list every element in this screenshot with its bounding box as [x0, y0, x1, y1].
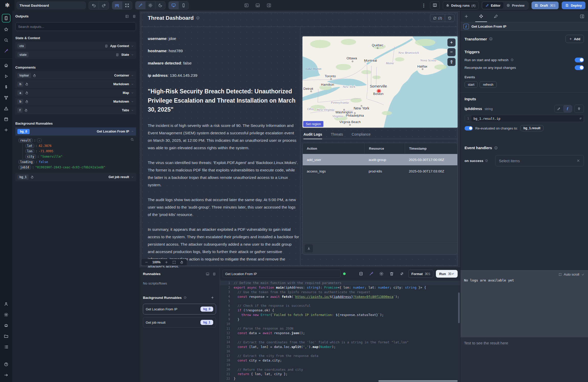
draft-button[interactable]: Draft⌘S — [532, 2, 559, 9]
code-line[interactable]: 6 // Check if the response is successful — [220, 303, 460, 308]
code-line[interactable]: 4 const response = await fetch(`https://… — [220, 294, 460, 299]
chevron-down-icon[interactable] — [131, 83, 134, 86]
code-line[interactable]: 11 // Parse the response as JSON — [220, 326, 460, 331]
table-row[interactable]: access_logsprod-k8s2025-03-30T17:03:00Z — [303, 166, 457, 177]
reeval-dependency-chip[interactable]: bg_1.result — [520, 125, 544, 131]
editor-settings-icon[interactable] — [378, 270, 385, 278]
outputs-doc-icon[interactable] — [132, 15, 136, 18]
tab-insert-component[interactable] — [464, 11, 469, 22]
clear-select-icon[interactable] — [576, 159, 580, 162]
json-key[interactable]: lon — [25, 149, 34, 153]
code-line[interactable]: 17 // Extract the city from the response… — [220, 354, 460, 358]
code-line[interactable]: 10 — [220, 322, 460, 326]
rail-variables-icon[interactable] — [2, 83, 10, 91]
app-canvas[interactable]: Threat Dashboard (2) username: jdoehostn… — [139, 11, 460, 268]
map[interactable]: QuébecOttawaMontréalNew BrunswickNova Sc… — [302, 36, 458, 128]
code-line[interactable]: 21 return { lon, lat, city }; — [220, 372, 460, 376]
rail-workers-icon[interactable] — [2, 322, 10, 329]
tab-component-settings[interactable] — [479, 11, 483, 22]
expr-code[interactable]: bg_1.result.ip — [471, 117, 500, 121]
json-key[interactable]: result — [18, 138, 33, 143]
component-row-topbar[interactable]: topbarContainer — [15, 71, 136, 80]
redo-button[interactable] — [99, 2, 109, 9]
rail-schedules-icon[interactable] — [2, 115, 10, 123]
tab-threats[interactable]: Threats — [331, 132, 343, 139]
event-chip-start[interactable]: start — [465, 81, 478, 88]
code-line[interactable]: 20 // Return the coordinates and city — [220, 367, 460, 372]
component-row-a[interactable]: aMap — [15, 89, 136, 97]
history-button[interactable] — [445, 14, 454, 22]
collapse-bottom-icon[interactable] — [206, 272, 209, 276]
code-line[interactable]: 1// Define the main function with the re… — [220, 281, 460, 285]
undo-button[interactable] — [89, 2, 99, 9]
editor-horizontal-scrollbar[interactable] — [378, 380, 458, 382]
component-row-f[interactable]: fTabs — [15, 106, 136, 114]
chevron-down-icon[interactable] — [131, 176, 134, 179]
code-line[interactable]: 14 // Extract the coordinates from the '… — [220, 340, 460, 344]
eval-input-button[interactable]: ƒ — [563, 105, 572, 112]
code-line[interactable]: 5 — [220, 299, 460, 303]
expand-editor-icon[interactable] — [398, 270, 406, 278]
static-input-button[interactable] — [555, 105, 563, 112]
rail-help-icon[interactable] — [2, 361, 10, 368]
app-title-input[interactable]: Threat Dashboard — [17, 2, 86, 9]
auto-theme-button[interactable] — [135, 2, 145, 9]
autoscroll-check-icon[interactable] — [581, 273, 584, 276]
bg1-row[interactable]: bg_1 Get job result — [15, 173, 136, 181]
bg-runnable-item[interactable]: Get Location From IPbg_0 — [143, 304, 216, 314]
rail-resources-icon[interactable] — [2, 94, 10, 102]
on-success-select[interactable]: Select items — [495, 155, 584, 166]
toggle-right-panel-icon[interactable] — [267, 3, 271, 8]
rail-audit-icon[interactable] — [2, 343, 10, 351]
table-row[interactable]: add_useraudit-group2025-03-30T17:00:00Z — [303, 154, 457, 166]
rail-favorites-icon[interactable] — [2, 26, 10, 33]
json-key[interactable]: lat — [25, 144, 34, 148]
rail-add-icon[interactable] — [2, 126, 10, 134]
rail-runs-icon[interactable] — [2, 72, 10, 80]
expand-logs-icon[interactable] — [559, 273, 562, 276]
resource-db-icon[interactable] — [357, 270, 365, 278]
chevron-down-icon[interactable] — [131, 45, 134, 48]
run-button[interactable]: Run⌘↵ — [436, 270, 458, 278]
code-line[interactable]: 18 const city = data.city; — [220, 358, 460, 363]
event-chip-refresh[interactable]: refresh — [480, 81, 496, 88]
rail-errors-icon[interactable] — [2, 105, 10, 112]
delete-runnable-icon[interactable] — [388, 270, 395, 278]
component-row-b[interactable]: bMarkdown — [15, 97, 136, 106]
chevron-down-icon[interactable] — [131, 74, 134, 77]
bg0-row[interactable]: bg_0 Get Location From IP — [15, 127, 136, 136]
code-line[interactable]: 2export async function main(ipAddress: s… — [220, 285, 460, 290]
code-line[interactable]: 8 throw new Error(`Failed to fetch IP in… — [220, 313, 460, 317]
table-column-header[interactable]: Action — [303, 143, 365, 154]
map-zoom-out-button[interactable]: − — [447, 48, 456, 56]
more-menu-button[interactable]: ⋮ — [421, 3, 427, 8]
map-zoom-in-button[interactable]: + — [447, 38, 456, 47]
code-area[interactable]: 1// Define the main function with the re… — [220, 280, 460, 382]
connect-input-button[interactable] — [574, 105, 584, 113]
add-bg-runnable-button[interactable] — [209, 294, 216, 301]
table-column-header[interactable]: Timestamp — [405, 143, 457, 154]
tab-styling[interactable] — [494, 11, 498, 22]
reeval-toggle[interactable] — [465, 126, 473, 130]
dark-theme-button[interactable] — [155, 2, 165, 9]
audit-logs-table[interactable]: ActionResourceTimestamp add_useraudit-gr… — [302, 143, 458, 255]
toggle-left-panel-icon[interactable] — [244, 3, 249, 8]
toggle-bottom-panel-icon[interactable] — [255, 3, 260, 8]
rail-search-icon[interactable] — [2, 36, 10, 44]
code-line[interactable]: 13 — [220, 335, 460, 340]
output-row-state[interactable]: stateState — [15, 51, 136, 59]
code-line[interactable]: 16 — [220, 349, 460, 354]
docs-button[interactable] — [430, 1, 440, 9]
rail-ai-icon[interactable] — [2, 47, 10, 55]
json-key[interactable]: loading — [18, 160, 34, 164]
code-line[interactable]: 7 if (!response.ok) { — [220, 308, 460, 313]
bounds-toggle-button[interactable]: |0| — [112, 2, 122, 9]
tab-compliance[interactable]: Compliance — [352, 132, 371, 139]
code-line[interactable]: 15 const [lat, lon] = data.loc.split(','… — [220, 344, 460, 349]
deploy-button[interactable]: Deploy — [562, 2, 585, 9]
chevron-down-icon[interactable] — [131, 91, 134, 94]
fit-view-icon[interactable] — [172, 260, 176, 264]
chevron-down-icon[interactable] — [131, 53, 134, 56]
windmill-logo-icon[interactable]: ✻ — [0, 0, 15, 11]
map-compass-button[interactable]: ⇧ — [447, 58, 456, 66]
